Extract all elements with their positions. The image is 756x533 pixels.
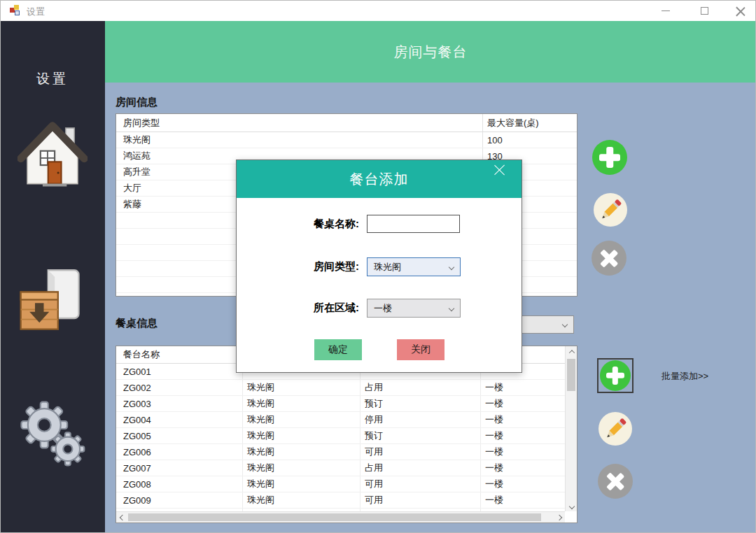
table-name-cell: ZG002	[123, 383, 151, 393]
table-name-cell: ZG009	[123, 495, 151, 506]
table-name-cell: ZG004	[123, 415, 151, 425]
table-area-cell: 一楼	[485, 446, 503, 458]
room-type-cell: 紫藤	[123, 198, 141, 211]
table-room-cell: 珠光阁	[247, 494, 274, 506]
table-row[interactable]: ZG005 珠光阁 预订 一楼	[116, 428, 565, 444]
table-area-cell: 一楼	[485, 494, 503, 506]
table-name-input[interactable]	[367, 215, 460, 233]
close-button[interactable]	[724, 0, 756, 21]
table-name-cell: ZG005	[123, 431, 151, 441]
edit-room-button[interactable]	[594, 193, 627, 227]
delete-table-button[interactable]	[598, 464, 633, 499]
table-area-cell: 一楼	[485, 397, 503, 410]
scroll-down-arrow[interactable]	[566, 501, 578, 511]
maximize-icon	[701, 7, 708, 15]
table-status-cell: 预订	[365, 397, 383, 410]
sidebar-title: 设置	[0, 70, 105, 88]
page-title: 房间与餐台	[394, 43, 468, 62]
table-row[interactable]: ZG007 珠光阁 占用 一楼	[116, 460, 565, 476]
horizontal-scrollbar[interactable]	[116, 511, 565, 523]
table-name-cell: ZG007	[123, 463, 151, 474]
table-room-cell: 珠光阁	[247, 397, 274, 410]
area-select[interactable]: 一楼	[367, 299, 461, 318]
page-header: 房间与餐台	[105, 21, 756, 83]
scroll-up-arrow[interactable]	[566, 346, 578, 357]
sidebar: 设置	[0, 21, 105, 533]
edit-table-button[interactable]	[598, 412, 632, 446]
area-label: 所在区域:	[279, 301, 359, 315]
confirm-button[interactable]: 确定	[314, 339, 362, 360]
table-room-cell: 珠光阁	[247, 462, 274, 474]
dialog-header: 餐台添加	[237, 160, 522, 198]
table-name-label: 餐桌名称:	[279, 218, 359, 231]
home-icon[interactable]	[18, 120, 88, 190]
table-row[interactable]: ZG002 珠光阁 占用 一楼	[116, 380, 565, 396]
room-type-label: 房间类型:	[279, 260, 359, 273]
window-title: 设置	[27, 6, 45, 18]
table-room-cell: 珠光阁	[247, 429, 274, 442]
table-row[interactable]: ZG008 珠光阁 可用 一楼	[116, 476, 565, 492]
dialog-title: 餐台添加	[237, 160, 522, 198]
chevron-down-icon	[562, 322, 568, 327]
table-area-cell: 一楼	[485, 429, 503, 442]
gears-icon[interactable]	[18, 397, 88, 470]
table-area-cell: 一楼	[485, 462, 503, 474]
room-table-header: 房间类型 最大容量(桌)	[116, 114, 577, 132]
pencil-icon	[598, 412, 632, 446]
scroll-right-arrow[interactable]	[553, 512, 565, 523]
table-name-cell: ZG006	[123, 447, 151, 457]
batch-add-link[interactable]: 批量添加>>	[662, 370, 708, 383]
table-row[interactable]: ZG009 珠光阁 可用 一楼	[116, 492, 565, 509]
table-row[interactable]: ZG006 珠光阁 可用 一楼	[116, 444, 565, 460]
room-type-header: 房间类型	[123, 117, 160, 129]
table-status-cell: 可用	[365, 446, 383, 458]
dialog-close-button[interactable]	[499, 163, 516, 180]
delete-room-button[interactable]	[592, 241, 626, 276]
table-row[interactable]: ZG004 珠光阁 停用 一楼	[116, 412, 565, 428]
x-icon	[598, 464, 633, 499]
close-icon	[735, 6, 745, 15]
table-status-cell: 预订	[365, 429, 383, 442]
scroll-left-arrow[interactable]	[116, 512, 128, 523]
room-type-cell: 珠光阁	[123, 134, 150, 146]
table-status-cell: 可用	[365, 478, 383, 490]
room-row[interactable]: 珠光阁 100	[116, 132, 577, 148]
table-section-title: 餐桌信息	[115, 317, 158, 330]
add-table-button[interactable]	[597, 358, 634, 393]
table-row[interactable]: ZG003 珠光阁 预订 一楼	[116, 396, 565, 412]
plus-icon	[600, 360, 631, 391]
table-status-cell: 可用	[365, 494, 383, 506]
table-name-cell: ZG003	[123, 399, 151, 409]
chevron-down-icon	[449, 264, 454, 269]
table-area-cell: 一楼	[485, 478, 503, 490]
scroll-thumb[interactable]	[128, 513, 541, 521]
scroll-thumb[interactable]	[567, 359, 575, 391]
cancel-button[interactable]: 关闭	[397, 339, 444, 360]
add-room-button[interactable]	[592, 140, 627, 175]
area-value: 一楼	[374, 302, 392, 315]
table-room-cell: 珠光阁	[247, 381, 274, 394]
title-bar: 设置	[0, 0, 756, 21]
table-area-cell: 一楼	[485, 413, 503, 426]
room-section-title: 房间信息	[115, 96, 158, 109]
room-type-cell: 大厅	[123, 182, 141, 194]
table-status-cell: 占用	[365, 381, 383, 394]
minimize-button[interactable]	[650, 0, 682, 21]
table-status-cell: 停用	[365, 413, 383, 426]
table-room-cell: 珠光阁	[247, 478, 274, 490]
x-icon	[592, 241, 626, 276]
room-type-value: 珠光阁	[374, 261, 401, 273]
minimize-icon	[662, 10, 670, 11]
chevron-down-icon	[449, 305, 454, 311]
archive-box-icon[interactable]	[18, 263, 88, 339]
room-type-cell: 鸿运苑	[123, 150, 150, 162]
app-icon	[10, 5, 21, 16]
table-name-cell: ZG008	[123, 479, 151, 490]
table-name-cell: ZG001	[123, 367, 151, 377]
vertical-scrollbar[interactable]	[565, 346, 577, 511]
room-type-select[interactable]: 珠光阁	[367, 257, 461, 276]
table-name-header: 餐台名称	[123, 348, 160, 361]
maximize-button[interactable]	[688, 0, 720, 21]
table-room-cell: 珠光阁	[247, 446, 274, 458]
room-capacity-cell: 100	[487, 135, 503, 145]
